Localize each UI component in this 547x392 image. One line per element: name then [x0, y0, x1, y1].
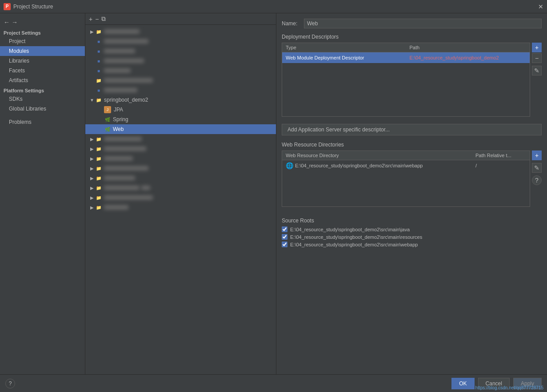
web-label: Web	[113, 126, 124, 132]
module-tree: ▶ 📁 ■ ■ ■ ■	[85, 25, 276, 374]
tree-row-springboot[interactable]: ▼ 📁 springboot_demo2	[85, 95, 276, 105]
edit-web-resource-button[interactable]: ✎	[532, 163, 542, 173]
tree-row[interactable]: ▶ 📁	[85, 27, 276, 36]
deployment-descriptors-title: Deployment Descriptors	[282, 34, 542, 40]
tree-row[interactable]: ▶ 📁	[85, 183, 276, 193]
project-settings-header: Project Settings	[0, 28, 85, 36]
tree-row[interactable]: ■	[85, 56, 276, 66]
remove-module-button[interactable]: −	[95, 16, 99, 23]
tree-row-jpa[interactable]: J JPA	[85, 105, 276, 115]
bottom-left: ?	[5, 379, 15, 388]
source-root-path-0: E:\04_resource_study\springboot_demo2\sr…	[290, 227, 410, 232]
add-web-resource-button[interactable]: +	[532, 150, 542, 160]
tree-item-label	[104, 88, 137, 92]
web-dir-icon: 🌐	[286, 162, 293, 169]
copy-module-button[interactable]: ⧉	[101, 15, 106, 23]
sidebar-item-project[interactable]: Project	[0, 36, 85, 46]
nav-back-button[interactable]: ←	[4, 19, 10, 26]
sidebar-item-facets[interactable]: Facets	[0, 66, 85, 75]
sidebar-item-problems-label: Problems	[9, 119, 32, 125]
tree-row[interactable]: 📁	[85, 75, 276, 85]
tree-item-label	[104, 186, 140, 190]
deployment-table-wrapper: Type Path Web Module Deployment Descript…	[282, 43, 542, 120]
folder-icon: 📁	[95, 194, 102, 201]
help-web-resource-button[interactable]: ?	[532, 175, 542, 185]
web-resource-table-wrapper: Web Resource Directory Path Relative t..…	[282, 150, 542, 210]
deployment-table-header: Type Path	[282, 43, 530, 52]
tree-expand-icon: ▶	[89, 186, 95, 190]
web-resource-side-buttons: + ✎ ?	[532, 150, 542, 210]
sidebar-item-libraries[interactable]: Libraries	[0, 56, 85, 66]
tree-row[interactable]: ▶ 📁	[85, 193, 276, 202]
tree-row-web[interactable]: 🌿 Web	[85, 124, 276, 134]
close-button[interactable]: ✕	[538, 3, 543, 10]
deployment-table: Type Path Web Module Deployment Descript…	[282, 43, 530, 117]
web-resource-dir-cell: 🌐 E:\04_resource_study\springboot_demo2\…	[282, 160, 472, 171]
ok-button[interactable]: OK	[451, 378, 474, 389]
sidebar-item-facets-label: Facets	[9, 67, 25, 74]
add-module-button[interactable]: +	[89, 16, 92, 23]
tree-row[interactable]: ■	[85, 66, 276, 75]
add-deployment-button[interactable]: +	[532, 43, 542, 52]
tree-item-label	[104, 59, 144, 63]
web-resource-table-header: Web Resource Directory Path Relative t..…	[282, 151, 530, 160]
sidebar: ← → Project Settings Project Modules Lib…	[0, 13, 85, 374]
web-dir-column-header: Web Resource Directory	[282, 151, 472, 160]
tree-expand-icon: ▶	[89, 205, 95, 210]
tree-expand-icon: ▶	[89, 137, 95, 142]
tree-item-label	[141, 186, 150, 190]
other-section-spacer	[0, 114, 85, 117]
web-resource-table: Web Resource Directory Path Relative t..…	[282, 150, 530, 207]
tree-row[interactable]: ▶ 📁	[85, 173, 276, 183]
help-button[interactable]: ?	[5, 379, 15, 388]
sidebar-item-problems[interactable]: Problems	[0, 117, 85, 127]
module-icon: ■	[95, 87, 102, 94]
folder-icon: 📁	[95, 165, 102, 172]
sidebar-item-modules[interactable]: Modules	[0, 46, 85, 56]
sidebar-item-sdks[interactable]: SDKs	[0, 94, 85, 104]
sidebar-item-artifacts[interactable]: Artifacts	[0, 75, 85, 85]
module-folder-icon: 📁	[95, 96, 102, 103]
sidebar-item-global-libraries[interactable]: Global Libraries	[0, 104, 85, 114]
tree-row[interactable]: ■	[85, 36, 276, 46]
tree-row[interactable]: ■	[85, 46, 276, 56]
tree-item-label	[104, 156, 133, 161]
source-root-checkbox-2[interactable]	[282, 242, 287, 247]
source-root-checkbox-1[interactable]	[282, 234, 287, 240]
remove-deployment-button[interactable]: −	[532, 53, 542, 63]
deployment-table-empty-area	[282, 63, 530, 116]
edit-deployment-button[interactable]: ✎	[532, 66, 542, 75]
tree-expand-icon: ▶	[89, 147, 95, 151]
web-resource-table-row[interactable]: 🌐 E:\04_resource_study\springboot_demo2\…	[282, 160, 530, 171]
source-root-row-2: E:\04_resource_study\springboot_demo2\sr…	[282, 242, 542, 247]
tree-row[interactable]: ▶ 📁	[85, 202, 276, 212]
source-roots-section: Source Roots E:\04_resource_study\spring…	[282, 218, 542, 249]
tree-row[interactable]: ▶ 📁	[85, 154, 276, 163]
tree-row[interactable]: ▶ 📁	[85, 163, 276, 173]
web-icon: 🌿	[104, 126, 111, 133]
source-root-checkbox-0[interactable]	[282, 226, 287, 232]
module-icon: ■	[95, 67, 102, 74]
sidebar-item-sdks-label: SDKs	[9, 96, 23, 102]
tree-row[interactable]: ■	[85, 85, 276, 95]
tree-item-label	[104, 39, 148, 44]
folder-icon: 📁	[95, 204, 102, 211]
source-root-path-2: E:\04_resource_study\springboot_demo2\sr…	[290, 242, 418, 247]
deployment-side-buttons: + − ✎	[532, 43, 542, 120]
tree-item-label	[104, 147, 146, 151]
folder-icon: 📁	[95, 77, 102, 84]
deployment-table-row[interactable]: Web Module Deployment Descriptor E:\04_r…	[282, 52, 530, 63]
nav-forward-button[interactable]: →	[12, 19, 18, 26]
name-input[interactable]	[304, 19, 542, 28]
tree-row[interactable]: ▶ 📁	[85, 134, 276, 144]
name-field-row: Name:	[282, 19, 542, 28]
tree-expand-icon: ▶	[89, 166, 95, 171]
tree-row[interactable]: ▶ 📁	[85, 144, 276, 154]
folder-icon: 📁	[95, 145, 102, 152]
path-column-header: Path	[406, 43, 530, 52]
add-descriptor-button[interactable]: Add Application Server specific descript…	[282, 124, 542, 135]
tree-row-spring[interactable]: 🌿 Spring	[85, 115, 276, 124]
watermark-url[interactable]: https://blog.csdn.net/qq877728715	[475, 385, 543, 390]
source-root-row-0: E:\04_resource_study\springboot_demo2\sr…	[282, 226, 542, 232]
sidebar-item-global-libraries-label: Global Libraries	[9, 106, 46, 112]
